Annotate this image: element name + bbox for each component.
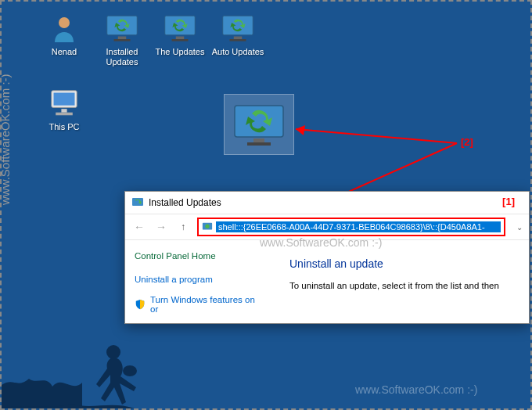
svg-rect-15 (253, 138, 264, 142)
desktop-icon-label: Auto Updates (211, 47, 264, 57)
explorer-window: Installed Updates [1] ← → ↑ shell:::{26E… (124, 191, 530, 324)
desktop-icon-auto-updates[interactable]: Auto Updates (211, 13, 264, 57)
svg-rect-2 (118, 37, 127, 40)
chevron-down-icon[interactable]: ⌄ (516, 223, 523, 232)
annotation-marker-2: [2] (461, 136, 473, 148)
address-icon (202, 221, 213, 232)
desktop-icon-the-updates[interactable]: The Updates (153, 13, 207, 57)
svg-point-23 (205, 225, 209, 228)
svg-rect-5 (176, 37, 185, 40)
svg-rect-3 (114, 39, 131, 41)
address-bar[interactable]: shell:::{26EE0668-A00A-44D7-9371-BEB064C… (197, 218, 505, 236)
monitor-refresh-icon (103, 13, 141, 44)
desktop-icon-label: Nenad (38, 47, 91, 57)
address-text[interactable]: shell:::{26EE0668-A00A-44D7-9371-BEB064C… (216, 221, 501, 232)
desktop-icon-label: Installed Updates (95, 47, 149, 67)
shield-icon (135, 299, 146, 310)
svg-rect-9 (230, 39, 246, 41)
watermark: www.SoftwareOK.com :-) (355, 383, 477, 396)
svg-point-25 (123, 365, 137, 376)
computer-icon (45, 88, 83, 119)
desktop-icon-label: This PC (38, 122, 91, 132)
svg-point-24 (106, 345, 120, 359)
svg-rect-21 (132, 198, 143, 206)
svg-rect-1 (107, 16, 138, 35)
watermark-side: www.SoftwareOK.com :-) (0, 74, 12, 205)
window-title-icon (131, 196, 144, 209)
forward-button[interactable]: → (153, 219, 169, 235)
uninstall-program-link[interactable]: Uninstall a program (135, 275, 264, 284)
drag-shortcut-icon[interactable] (224, 94, 294, 155)
monitor-refresh-icon (219, 13, 257, 44)
svg-rect-16 (247, 142, 271, 146)
windows-features-link[interactable]: Turn Windows features on or (135, 295, 264, 314)
desktop-icon-installed-updates[interactable]: Installed Updates (95, 13, 149, 67)
svg-point-0 (59, 17, 70, 28)
svg-rect-8 (234, 37, 243, 40)
desktop-silhouette (2, 315, 532, 408)
svg-rect-12 (61, 109, 66, 113)
svg-marker-18 (296, 125, 305, 135)
desktop-icon-this-pc[interactable]: This PC (38, 88, 91, 132)
svg-rect-4 (165, 16, 196, 35)
desktop-icon-user[interactable]: Nenad (38, 13, 91, 57)
svg-rect-13 (56, 113, 73, 116)
right-panel: Uninstall an update To uninstall an upda… (274, 240, 529, 323)
left-panel: Control Panel Home Uninstall a program T… (125, 240, 274, 323)
control-panel-home-link[interactable]: Control Panel Home (135, 251, 264, 261)
window-title: Installed Updates (149, 197, 221, 208)
right-heading: Uninstall an update (289, 257, 521, 270)
svg-rect-6 (172, 39, 189, 41)
nav-bar: ← → ↑ shell:::{26EE0668-A00A-44D7-9371-B… (125, 214, 529, 240)
user-icon (45, 13, 83, 44)
monitor-refresh-icon (161, 13, 199, 44)
desktop-icon-label: The Updates (153, 47, 207, 57)
svg-rect-11 (54, 93, 75, 106)
svg-rect-7 (223, 16, 253, 35)
right-body-text: To uninstall an update, select it from t… (289, 281, 521, 290)
svg-line-17 (296, 129, 457, 143)
title-bar[interactable]: Installed Updates [1] (125, 192, 529, 214)
back-button[interactable]: ← (131, 219, 147, 235)
annotation-marker-1: [1] (502, 196, 515, 207)
up-button[interactable]: ↑ (175, 219, 191, 235)
